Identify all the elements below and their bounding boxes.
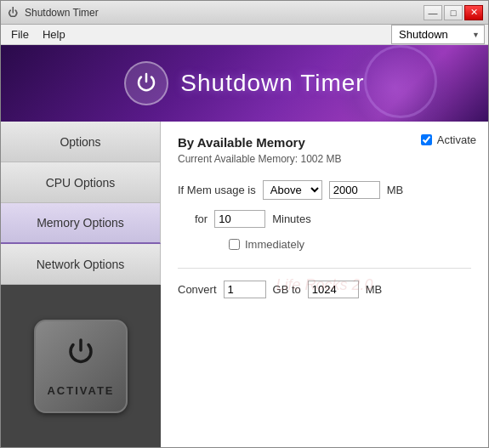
convert-label: Convert bbox=[178, 283, 217, 296]
mem-usage-row: If Mem usage is Above Below MB bbox=[178, 180, 471, 200]
header-content: Shutdown Timer bbox=[124, 61, 364, 105]
shutdown-select[interactable]: Shutdown Restart Hibernate Sleep Log Off bbox=[391, 25, 485, 44]
menu-help[interactable]: Help bbox=[36, 26, 72, 43]
mem-condition-select[interactable]: Above Below bbox=[263, 180, 322, 200]
for-value-input[interactable] bbox=[214, 210, 265, 228]
for-unit: Minutes bbox=[272, 213, 311, 225]
activate-checkbox[interactable] bbox=[421, 134, 432, 145]
divider bbox=[178, 268, 471, 269]
title-bar: ⏻ Shutdown Timer — □ ✕ bbox=[1, 1, 488, 25]
main-body: Options CPU Options Memory Options Netwo… bbox=[1, 122, 488, 447]
sidebar-item-network-options[interactable]: Network Options bbox=[1, 244, 161, 285]
mem-usage-label: If Mem usage is bbox=[178, 184, 256, 196]
content-panel: Activate By Available Memory Current Ava… bbox=[161, 122, 488, 447]
mem-value-input[interactable] bbox=[329, 181, 380, 199]
close-button[interactable]: ✕ bbox=[464, 5, 483, 20]
convert-to-label: GB to bbox=[273, 283, 301, 296]
sidebar-item-options[interactable]: Options bbox=[1, 122, 161, 162]
header-banner: Shutdown Timer bbox=[1, 45, 488, 122]
menu-bar: File Help Shutdown Restart Hibernate Sle… bbox=[1, 25, 488, 45]
mem-unit: MB bbox=[387, 184, 404, 196]
sidebar: Options CPU Options Memory Options Netwo… bbox=[1, 122, 161, 447]
immediately-checkbox[interactable] bbox=[229, 239, 240, 250]
window-icon: ⏻ bbox=[6, 6, 20, 20]
maximize-button[interactable]: □ bbox=[444, 5, 463, 20]
panel-subtext: Current Available Memory: 1002 MB bbox=[178, 153, 471, 165]
sidebar-activate-area: ACTIVATE bbox=[1, 285, 161, 447]
activate-button[interactable]: ACTIVATE bbox=[34, 320, 128, 413]
convert-row: Convert GB to MB bbox=[178, 281, 471, 298]
convert-mb-unit: MB bbox=[366, 283, 383, 296]
activate-power-icon bbox=[62, 335, 100, 377]
immediately-row: Immediately bbox=[229, 238, 471, 251]
shutdown-dropdown-wrap: Shutdown Restart Hibernate Sleep Log Off bbox=[391, 25, 485, 44]
title-bar-buttons: — □ ✕ bbox=[424, 5, 483, 20]
sidebar-item-cpu-options[interactable]: CPU Options bbox=[1, 162, 161, 203]
minimize-button[interactable]: — bbox=[424, 5, 442, 20]
immediately-label: Immediately bbox=[245, 238, 304, 251]
for-row: for Minutes bbox=[178, 210, 471, 228]
main-window: ⏻ Shutdown Timer — □ ✕ File Help Shutdow… bbox=[0, 0, 489, 448]
activate-row: Activate bbox=[421, 133, 476, 146]
convert-gb-input[interactable] bbox=[224, 281, 266, 298]
sidebar-item-memory-options[interactable]: Memory Options bbox=[1, 203, 161, 244]
convert-mb-input[interactable] bbox=[308, 281, 359, 298]
header-power-icon bbox=[124, 61, 168, 105]
header-title: Shutdown Timer bbox=[180, 70, 364, 97]
activate-label: ACTIVATE bbox=[47, 384, 114, 397]
for-label: for bbox=[195, 213, 208, 225]
window-title: Shutdown Timer bbox=[25, 7, 424, 19]
shutdown-select-container: Shutdown Restart Hibernate Sleep Log Off bbox=[391, 25, 485, 44]
menu-file[interactable]: File bbox=[4, 26, 36, 43]
activate-check-label: Activate bbox=[437, 133, 476, 146]
